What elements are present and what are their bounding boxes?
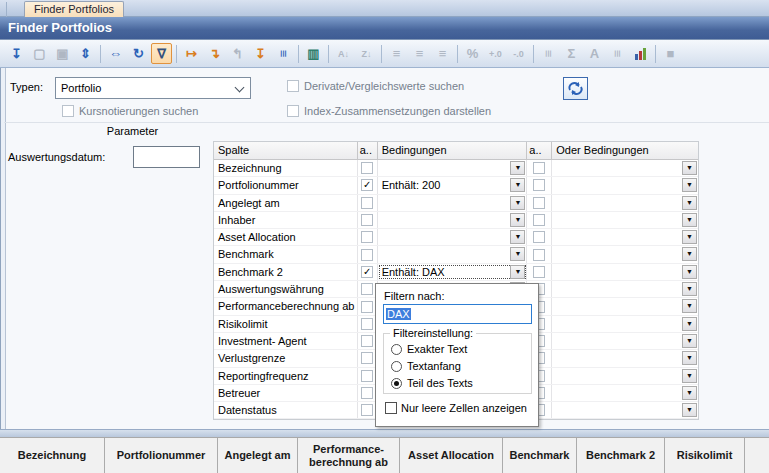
oder-dropdown-button[interactable]: ▼ xyxy=(682,265,697,279)
oder-dropdown-button[interactable]: ▼ xyxy=(682,196,697,210)
aktiv-checkbox[interactable] xyxy=(361,162,373,174)
oder-bedingung-cell[interactable]: ▼ xyxy=(552,298,698,314)
bedingung-cell[interactable]: ▼ xyxy=(378,229,528,245)
table-row[interactable]: Portfolionummer✓Enthält: 200▼▼ xyxy=(214,177,698,194)
bedingung-dropdown-button[interactable]: ▼ xyxy=(510,178,525,192)
kursnotierungen-checkbox[interactable] xyxy=(62,105,74,117)
result-header-risikolimit[interactable]: Risikolimit xyxy=(665,438,745,473)
oder-dropdown-button[interactable]: ▼ xyxy=(682,386,697,400)
bedingung-cell[interactable]: ▼ xyxy=(378,160,528,176)
aktiv-checkbox[interactable] xyxy=(361,387,373,399)
filter-option-textanfang[interactable]: Textanfang xyxy=(391,360,461,372)
aktiv-checkbox[interactable] xyxy=(361,404,373,416)
filter-option-teil-des-texts[interactable]: Teil des Texts xyxy=(391,377,473,389)
table-row[interactable]: Inhaber▼▼ xyxy=(214,212,698,229)
aktiv-checkbox[interactable] xyxy=(361,283,373,295)
bedingung-dropdown-button[interactable]: ▼ xyxy=(510,230,525,244)
oder-dropdown-button[interactable]: ▼ xyxy=(682,161,697,175)
chart-icon[interactable] xyxy=(630,43,651,64)
bedingung-dropdown-button[interactable]: ▼ xyxy=(510,196,525,210)
aktiv-checkbox[interactable] xyxy=(361,352,373,364)
index-checkbox[interactable] xyxy=(287,105,299,117)
oder-dropdown-button[interactable]: ▼ xyxy=(682,213,697,227)
oder-bedingung-cell[interactable]: ▼ xyxy=(552,281,698,297)
fit-column-width-icon[interactable]: ⇔ xyxy=(105,43,126,64)
oder-bedingung-cell[interactable]: ▼ xyxy=(552,246,698,262)
filter-icon[interactable]: ∇ xyxy=(151,43,172,64)
filter-option-exakter-text[interactable]: Exakter Text xyxy=(391,343,467,355)
oder-dropdown-button[interactable]: ▼ xyxy=(682,351,697,365)
refresh-icon[interactable]: ↻ xyxy=(128,43,149,64)
table-row[interactable]: Bezeichnung▼▼ xyxy=(214,160,698,177)
oder-dropdown-button[interactable]: ▼ xyxy=(682,334,697,348)
aktiv-checkbox[interactable] xyxy=(361,197,373,209)
header-spalte[interactable]: Spalte xyxy=(214,142,358,160)
oder-dropdown-button[interactable]: ▼ xyxy=(682,282,697,296)
aktiv-checkbox[interactable] xyxy=(361,214,373,226)
oder-dropdown-button[interactable]: ▼ xyxy=(682,369,697,383)
oder-dropdown-button[interactable]: ▼ xyxy=(682,247,697,261)
result-header-angelegt-am[interactable]: Angelegt am xyxy=(218,438,298,473)
bedingung-dropdown-button[interactable]: ▼ xyxy=(510,213,525,227)
bedingung-dropdown-button[interactable]: ▼ xyxy=(510,247,525,261)
table-row[interactable]: Asset Allocation▼▼ xyxy=(214,229,698,246)
result-header-portfolionummer[interactable]: Portfolionummer xyxy=(105,438,218,473)
oder-aktiv-checkbox[interactable] xyxy=(533,266,545,278)
aktiv-checkbox[interactable] xyxy=(361,301,373,313)
oder-aktiv-checkbox[interactable] xyxy=(533,162,545,174)
jump-down-icon[interactable]: ↴ xyxy=(204,43,225,64)
header-aktiv-2[interactable]: a.. xyxy=(527,142,552,160)
result-header-benchmark-2[interactable]: Benchmark 2 xyxy=(577,438,665,473)
bedingung-cell[interactable]: ▼ xyxy=(378,212,528,228)
oder-bedingung-cell[interactable]: ▼ xyxy=(552,316,698,332)
oder-bedingung-cell[interactable]: ▼ xyxy=(552,333,698,349)
bedingung-cell[interactable]: Enthält: DAX▼ xyxy=(378,264,528,280)
bedingung-cell[interactable]: Enthält: 200▼ xyxy=(378,177,528,193)
result-header-bezeichnung[interactable]: Bezeichnung xyxy=(0,438,105,473)
select-columns-icon[interactable]: ▥ xyxy=(303,43,324,64)
add-to-list-icon[interactable]: ↧ xyxy=(6,43,27,64)
aktiv-checkbox[interactable] xyxy=(361,249,373,261)
oder-dropdown-button[interactable]: ▼ xyxy=(682,299,697,313)
oder-aktiv-checkbox[interactable] xyxy=(533,179,545,191)
oder-dropdown-button[interactable]: ▼ xyxy=(682,403,697,417)
aktiv-checkbox[interactable] xyxy=(361,370,373,382)
aktiv-checkbox[interactable]: ✓ xyxy=(361,179,373,191)
result-header-benchmark[interactable]: Benchmark xyxy=(503,438,577,473)
auswertungsdatum-input[interactable] xyxy=(133,146,200,168)
oder-bedingung-cell[interactable]: ▼ xyxy=(552,195,698,211)
header-oder-bedingungen[interactable]: Oder Bedingungen xyxy=(552,142,698,160)
typen-select[interactable]: Portfolio xyxy=(55,77,251,99)
refresh-button[interactable] xyxy=(563,77,588,100)
oder-bedingung-cell[interactable]: ▼ xyxy=(552,160,698,176)
bedingung-dropdown-button[interactable]: ▼ xyxy=(510,161,525,175)
oder-bedingung-cell[interactable]: ▼ xyxy=(552,350,698,366)
bedingung-dropdown-button[interactable]: ▼ xyxy=(510,265,525,279)
tab-finder-portfolios[interactable]: Finder Portfolios xyxy=(24,1,124,17)
oder-bedingung-cell[interactable]: ▼ xyxy=(552,177,698,193)
oder-bedingung-cell[interactable]: ▼ xyxy=(552,264,698,280)
result-header-asset-allocation[interactable]: Asset Allocation xyxy=(400,438,503,473)
oder-dropdown-button[interactable]: ▼ xyxy=(682,230,697,244)
result-header-performance-berechnung-ab[interactable]: Performance-berechnung ab xyxy=(298,438,400,473)
oder-aktiv-checkbox[interactable] xyxy=(533,214,545,226)
oder-aktiv-checkbox[interactable] xyxy=(533,249,545,261)
radio-icon[interactable] xyxy=(391,378,402,389)
aktiv-checkbox[interactable]: ✓ xyxy=(361,266,373,278)
oder-bedingung-cell[interactable]: ▼ xyxy=(552,368,698,384)
radio-icon[interactable] xyxy=(391,361,402,372)
radio-icon[interactable] xyxy=(391,344,402,355)
aktiv-checkbox[interactable] xyxy=(361,231,373,243)
empty-cells-checkbox[interactable] xyxy=(385,402,397,414)
oder-aktiv-checkbox[interactable] xyxy=(533,231,545,243)
oder-aktiv-checkbox[interactable] xyxy=(533,197,545,209)
bedingung-cell[interactable]: ▼ xyxy=(378,195,528,211)
header-aktiv-1[interactable]: a.. xyxy=(358,142,378,160)
header-bedingungen[interactable]: Bedingungen xyxy=(378,142,528,160)
aktiv-checkbox[interactable] xyxy=(361,335,373,347)
insert-value-icon[interactable]: ↧ xyxy=(250,43,271,64)
oder-bedingung-cell[interactable]: ▼ xyxy=(552,402,698,418)
bedingung-cell[interactable]: ▼ xyxy=(378,246,528,262)
oder-dropdown-button[interactable]: ▼ xyxy=(682,178,697,192)
filter-value-input[interactable]: DAX xyxy=(383,304,532,324)
